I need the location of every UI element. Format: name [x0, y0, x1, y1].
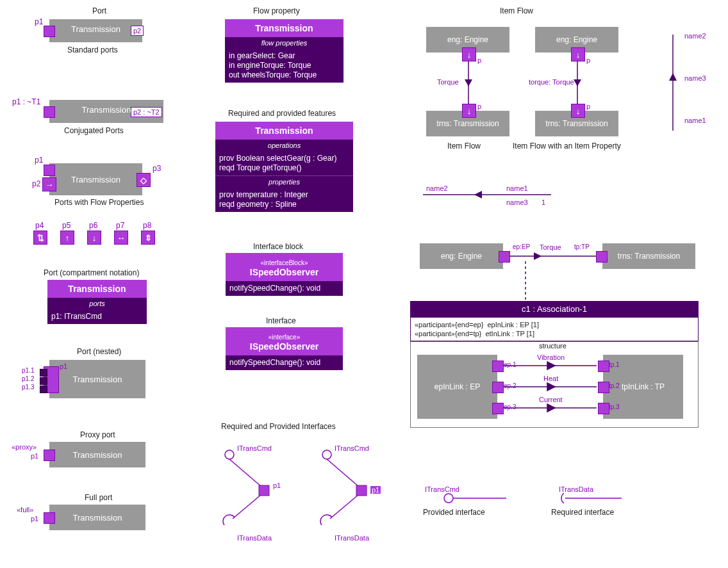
if1-p1: p — [477, 56, 481, 64]
block-ifaceblock: «interfaceBlock»ISpeedObserver notifySpe… — [226, 253, 343, 296]
port-flow-p3-label: p3 — [153, 164, 161, 173]
compartment-name: Transmission — [47, 280, 147, 298]
prov-caption: Provided interface — [423, 508, 485, 517]
port-p2: p2 — [131, 26, 144, 36]
reqprov-props: prov temperature : Integer reqd geometry… — [215, 188, 353, 212]
block-reqprov: Transmission operations prov Boolean sel… — [215, 122, 353, 212]
nested-p12-label: p1.2 — [22, 375, 34, 382]
assoc-tp: tp:TP — [574, 243, 590, 250]
label-reqprov-if: Required and Provided Interfaces — [221, 422, 336, 431]
req-lbl: ITransData — [559, 485, 593, 493]
if2-p1: p — [586, 56, 590, 64]
compartment-body: p1: ITransCmd — [47, 309, 147, 324]
svg-marker-15 — [474, 191, 482, 199]
if2-lbl: torque: Torque — [529, 78, 574, 86]
block-full: Transmission — [49, 505, 145, 530]
nh-name1: name1 — [506, 184, 528, 192]
port-conj-p1-label: p1 : ~T1 — [12, 97, 40, 106]
lolli1-top: ITransCmd — [237, 444, 272, 452]
port-flow-p2-label: p2 — [32, 179, 40, 188]
port-flow-p2: → — [42, 177, 56, 191]
port-p1-label: p1 — [35, 17, 43, 26]
flowprop-body: in gearSelect: Gear in engineTorque: Tor… — [225, 49, 343, 83]
svg-marker-20 — [547, 362, 555, 369]
svg-line-1 — [229, 459, 261, 487]
lolli1-bot: ITransData — [237, 534, 272, 542]
reqprov-ops-head: operations — [215, 140, 353, 151]
svg-marker-13 — [669, 73, 677, 81]
label-reqprov: Required and provided features — [228, 109, 336, 118]
p6-icon: ↓ — [87, 231, 101, 245]
svg-marker-11 — [574, 79, 581, 86]
block-iface: «interface»ISpeedObserver notifySpeedCha… — [226, 327, 343, 370]
tp2 — [598, 382, 609, 393]
label-flowprop: Flow property — [253, 6, 300, 15]
if-head: «interface»ISpeedObserver — [226, 327, 343, 355]
p4-icon: ⇅ — [33, 231, 47, 245]
epinlink-blk: epInLink : EP — [417, 355, 497, 419]
p8-icon: ⇕ — [141, 231, 155, 245]
block-proxy: Transmission — [49, 442, 145, 467]
label-ifaceblock: Interface block — [253, 242, 303, 251]
block-flowprop: Transmission flow properties in gearSele… — [225, 19, 343, 83]
ep3-lbl: ep.3 — [504, 403, 516, 410]
if1-p2: p — [477, 102, 481, 110]
lolli1-p: p1 — [273, 482, 281, 489]
if1-port-bot: ↓ — [462, 104, 476, 118]
svg-marker-22 — [547, 383, 555, 391]
port-conj-p1 — [44, 106, 55, 118]
label-iface: Interface — [266, 316, 296, 325]
lolli2-p: p1 — [370, 486, 381, 494]
svg-point-4 — [322, 450, 331, 459]
p8-lbl: p8 — [143, 221, 151, 230]
ep1-lbl: ep.1 — [504, 361, 516, 368]
prov-lbl: ITransCmd — [425, 485, 459, 493]
svg-marker-17 — [534, 252, 542, 260]
assoc-ep: ep:EP — [513, 243, 530, 250]
nh-name2: name2 — [426, 184, 448, 192]
ifb-head: «interfaceBlock»ISpeedObserver — [226, 253, 343, 281]
port-flow-p3: ◇ — [136, 173, 151, 187]
svg-line-2 — [233, 494, 261, 519]
lolli2-bot: ITransData — [335, 534, 369, 542]
if1-lbl: Torque — [437, 78, 459, 86]
tp1 — [598, 361, 609, 372]
label-itemflow: Item Flow — [500, 6, 533, 15]
if1-port-top: ↓ — [462, 47, 476, 61]
svg-point-25 — [444, 494, 453, 503]
assoc-eng: eng: Engine — [420, 243, 503, 269]
label-conjugated: Conjugated Ports — [64, 126, 124, 135]
row2: Heat — [543, 375, 558, 382]
p7-icon: ↔ — [114, 231, 128, 245]
port-proxy-p1 — [44, 450, 55, 461]
port-nested-p13 — [40, 385, 47, 393]
nh-name3: name3 — [506, 199, 528, 206]
assoc-block-title: c1 : Association-1 — [410, 301, 699, 317]
nested-p13-label: p1.3 — [22, 384, 34, 391]
svg-assoc — [503, 243, 606, 307]
lolli2-top: ITransCmd — [335, 444, 369, 452]
assoc-block-participants: «participant»{end=ep} epInLink : EP [1] … — [410, 317, 699, 341]
port-nested-p12 — [40, 377, 47, 385]
label-port-title: Port — [77, 6, 122, 15]
tp3 — [598, 403, 609, 414]
label-proxy: Proxy port — [80, 430, 115, 439]
port-flow-p1-label: p1 — [35, 156, 43, 165]
svg-rect-3 — [259, 485, 269, 496]
label-standard-ports: Standard ports — [67, 45, 118, 54]
svg-line-6 — [330, 494, 359, 519]
nested-p1-label: p1 — [60, 362, 67, 370]
label-nested: Port (nested) — [77, 347, 121, 356]
assoc-trns: trns: Transmission — [602, 243, 695, 269]
p6-lbl: p6 — [89, 221, 97, 230]
structure-label: structure — [539, 342, 567, 350]
ep2-lbl: ep.2 — [504, 382, 516, 389]
assoc-port-ep — [499, 251, 510, 263]
full-p1-label: p1 — [31, 515, 38, 523]
tp1-lbl: tp.1 — [609, 361, 620, 368]
ep2 — [492, 382, 504, 393]
p4-lbl: p4 — [35, 221, 44, 230]
assoc-structure-frame: structure epInLink : EP tpInLink : TP ep… — [410, 341, 699, 428]
p5-icon: ↑ — [60, 231, 74, 245]
proxy-stereo: «proxy» — [12, 443, 37, 451]
